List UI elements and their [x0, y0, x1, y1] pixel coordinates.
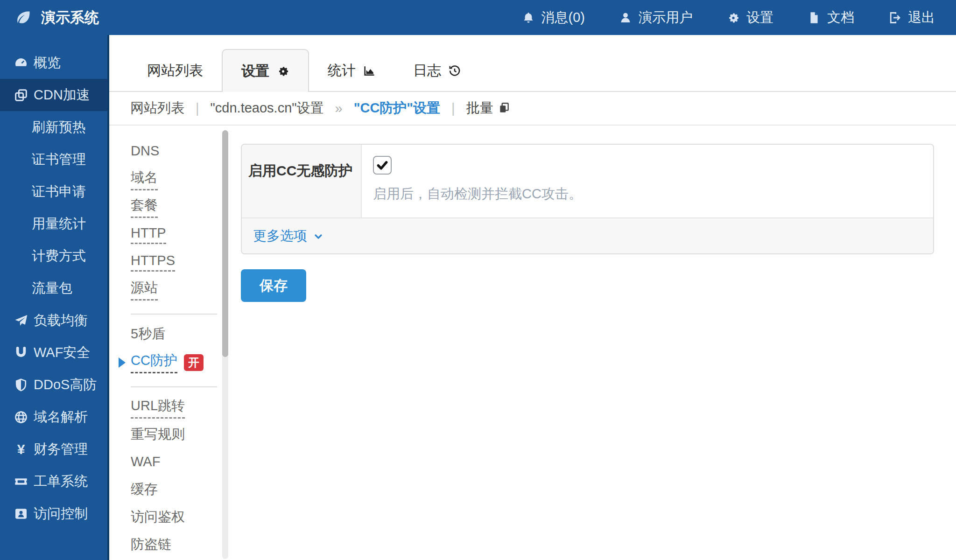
nav-label: 源站	[131, 279, 158, 301]
bell-icon	[521, 11, 535, 25]
nav-label: 防盗链	[131, 535, 171, 556]
settings-nav-domain[interactable]: 域名	[131, 166, 228, 193]
tab-statistics[interactable]: 统计	[309, 49, 394, 92]
breadcrumb-separator: |	[451, 101, 455, 116]
sidebar-item-refresh-preheat[interactable]: 刷新预热	[0, 111, 107, 143]
main-content: 网站列表 设置 统计 日志 网站列表 | "cdn.teaos.cn"设置 » …	[109, 35, 956, 560]
sidebar-item-label: DDoS高防	[34, 376, 97, 394]
sidebar-item-label: 财务管理	[34, 440, 88, 459]
sidebar-item-label: CDN加速	[34, 86, 90, 105]
nav-label: DNS	[131, 143, 159, 161]
settings-nav-https[interactable]: HTTPS	[131, 248, 228, 276]
main-sidebar: 概览 CDN加速 刷新预热 证书管理 证书申请 用量统计 计费方式 流量包 负载…	[0, 35, 109, 560]
sidebar-item-billing-mode[interactable]: 计费方式	[0, 240, 107, 272]
sidebar-item-label: 负载均衡	[34, 311, 88, 330]
sidebar-item-waf[interactable]: WAF安全	[0, 336, 107, 369]
docs-button[interactable]: 文档	[807, 8, 854, 27]
breadcrumb-current[interactable]: "CC防护"设置	[354, 99, 440, 118]
nav-label: HTTP	[131, 225, 166, 244]
settings-nav-origin[interactable]: 源站	[131, 276, 228, 303]
sidebar-item-finance[interactable]: ¥ 财务管理	[0, 433, 107, 465]
scrollbar-thumb[interactable]	[222, 130, 228, 357]
sidebar-item-load-balancer[interactable]: 负载均衡	[0, 304, 107, 336]
messages-label: 消息(0)	[541, 8, 585, 27]
enable-cc-checkbox[interactable]	[373, 156, 392, 175]
sidebar-item-dns-resolve[interactable]: 域名解析	[0, 401, 107, 433]
settings-label: 设置	[746, 8, 773, 27]
leaf-icon	[14, 8, 33, 27]
nav-label: 域名	[131, 168, 158, 190]
sidebar-item-tickets[interactable]: 工单系统	[0, 465, 107, 497]
settings-nav-rewrite-rules[interactable]: 重写规则	[131, 421, 228, 449]
settings-nav-plan[interactable]: 套餐	[131, 193, 228, 221]
sidebar-item-usage-stats[interactable]: 用量统计	[0, 208, 107, 240]
chart-area-icon	[363, 64, 376, 77]
sidebar-item-label: 刷新预热	[32, 118, 86, 137]
check-icon	[375, 158, 389, 172]
dashboard-icon	[13, 55, 29, 71]
sidebar-item-cdn[interactable]: CDN加速	[0, 79, 107, 111]
breadcrumb-site-list[interactable]: 网站列表	[130, 99, 184, 118]
sidebar-item-label: 用量统计	[32, 215, 86, 233]
batch-button[interactable]: 批量	[466, 99, 511, 118]
sidebar-item-label: 流量包	[32, 279, 72, 298]
gear-icon	[726, 11, 740, 25]
settings-nav-access-auth[interactable]: 访问鉴权	[131, 504, 228, 532]
tab-site-list[interactable]: 网站列表	[128, 49, 222, 92]
logout-button[interactable]: 退出	[888, 8, 935, 27]
more-options-toggle[interactable]: 更多选项	[242, 217, 933, 253]
tab-logs[interactable]: 日志	[394, 49, 480, 92]
settings-nav-hotlink-protection[interactable]: 防盗链	[131, 532, 228, 559]
chevron-down-icon	[313, 231, 325, 243]
app-logo[interactable]: 演示系统	[14, 8, 99, 28]
paper-plane-icon	[13, 313, 29, 329]
breadcrumb: 网站列表 | "cdn.teaos.cn"设置 » "CC防护"设置 | 批量	[109, 92, 956, 126]
user-menu-button[interactable]: 演示用户	[619, 8, 693, 27]
nav-label: 缓存	[131, 480, 158, 501]
user-label: 演示用户	[639, 8, 693, 27]
settings-nav-url-redirect[interactable]: URL跳转	[131, 394, 228, 421]
settings-button[interactable]: 设置	[726, 8, 773, 27]
settings-nav-cache[interactable]: 缓存	[131, 476, 228, 504]
document-icon	[807, 11, 821, 25]
settings-nav: DNS 域名 套餐 HTTP HTTPS 源站 5秒盾 CC防护	[114, 126, 228, 559]
scrollbar-track[interactable]	[222, 130, 228, 559]
breadcrumb-chevron: »	[335, 101, 343, 116]
batch-label: 批量	[466, 99, 493, 118]
docs-label: 文档	[827, 8, 854, 27]
settings-nav-cc-protection[interactable]: CC防护 开	[131, 349, 228, 376]
sidebar-item-overview[interactable]: 概览	[0, 47, 107, 79]
history-icon	[448, 64, 461, 77]
sidebar-item-label: 计费方式	[32, 247, 86, 266]
sidebar-item-traffic-pack[interactable]: 流量包	[0, 272, 107, 304]
field-hint: 启用后，自动检测并拦截CC攻击。	[373, 185, 933, 203]
cdn-copy-icon	[13, 87, 29, 103]
settings-nav-waf[interactable]: WAF	[131, 449, 228, 476]
ticket-icon	[13, 474, 29, 490]
tab-label: 统计	[328, 61, 356, 80]
tab-settings[interactable]: 设置	[222, 49, 309, 92]
settings-nav-dns[interactable]: DNS	[131, 138, 228, 166]
breadcrumb-site-settings[interactable]: "cdn.teaos.cn"设置	[211, 99, 324, 118]
address-card-icon	[13, 506, 29, 522]
tab-label: 网站列表	[147, 61, 203, 80]
sidebar-item-label: 工单系统	[34, 472, 88, 491]
tab-label: 日志	[413, 61, 441, 80]
save-button[interactable]: 保存	[241, 269, 306, 302]
nav-label: 访问鉴权	[131, 508, 185, 528]
tab-bar: 网站列表 设置 统计 日志	[109, 35, 956, 92]
messages-button[interactable]: 消息(0)	[521, 8, 585, 27]
topbar: 演示系统 消息(0) 演示用户 设置 文档	[0, 0, 956, 35]
more-options-label: 更多选项	[253, 227, 307, 245]
nav-label: WAF	[131, 454, 160, 471]
sidebar-item-cert-manage[interactable]: 证书管理	[0, 143, 107, 175]
settings-nav-http[interactable]: HTTP	[131, 221, 228, 248]
settings-nav-5s-shield[interactable]: 5秒盾	[131, 321, 228, 349]
settings-main: DNS 域名 套餐 HTTP HTTPS 源站 5秒盾 CC防护	[109, 126, 956, 559]
sidebar-item-ddos[interactable]: DDoS高防	[0, 369, 107, 401]
sidebar-item-access-control[interactable]: 访问控制	[0, 497, 107, 530]
sidebar-item-cert-apply[interactable]: 证书申请	[0, 175, 107, 208]
sidebar-item-label: 概览	[34, 54, 61, 72]
form-row-enable-cc: 启用CC无感防护 启用后，自动检测并拦截CC攻击。	[242, 145, 933, 217]
nav-label: URL跳转	[131, 397, 185, 419]
